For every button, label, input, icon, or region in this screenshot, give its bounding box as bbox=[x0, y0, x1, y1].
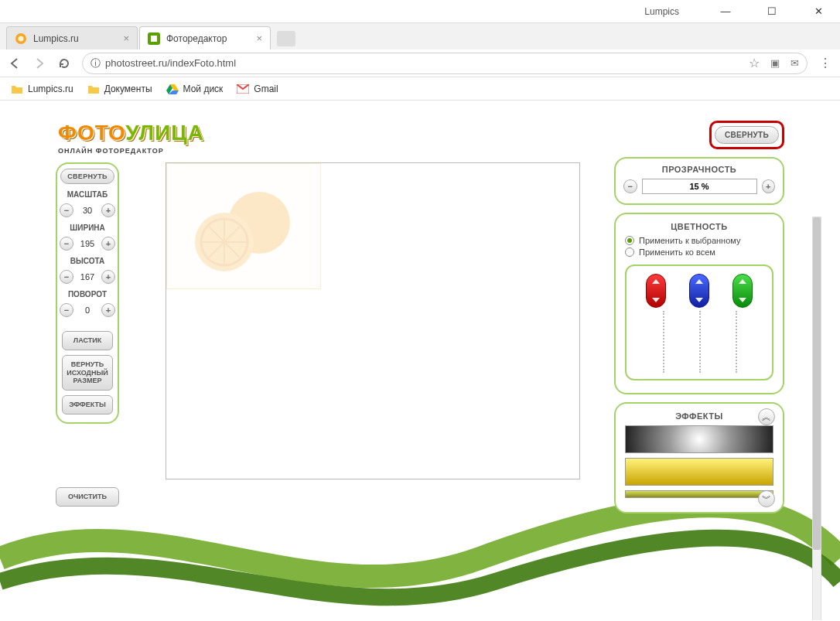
apply-selected-radio[interactable]: Применить к выбранному bbox=[625, 236, 773, 245]
transparency-panel: ПРОЗРАЧНОСТЬ − + bbox=[614, 157, 784, 205]
window-maximize-button[interactable]: ☐ bbox=[756, 1, 787, 22]
width-label: ШИРИНА bbox=[70, 223, 105, 232]
height-label: ВЫСОТА bbox=[70, 257, 104, 265]
bookmark-item[interactable]: Gmail bbox=[237, 83, 278, 95]
color-title: ЦВЕТНОСТЬ bbox=[625, 222, 773, 231]
bookmark-item[interactable]: Мой диск bbox=[166, 83, 224, 95]
page-content: ФОТОУЛИЦА ОНЛАЙН ФОТОРЕДАКТОР СВЕРНУТЬ М… bbox=[0, 101, 840, 620]
tab-close-button[interactable]: × bbox=[123, 32, 129, 44]
extension-icon[interactable]: ▣ bbox=[770, 57, 780, 69]
scale-minus-button[interactable]: − bbox=[60, 203, 73, 217]
favicon-icon bbox=[148, 32, 160, 45]
nav-reload-button[interactable] bbox=[57, 56, 71, 70]
width-value: 195 bbox=[77, 239, 98, 248]
effects-title: ЭФФЕКТЫ bbox=[625, 411, 773, 421]
bookmark-item[interactable]: Документы bbox=[87, 83, 152, 95]
effects-button[interactable]: ЭФФЕКТЫ bbox=[62, 395, 113, 415]
height-plus-button[interactable]: + bbox=[101, 270, 115, 284]
rotate-plus-button[interactable]: + bbox=[101, 303, 115, 317]
effects-panel: ︽ ЭФФЕКТЫ ︾ bbox=[614, 402, 784, 514]
svg-point-1 bbox=[19, 36, 24, 41]
gmail-icon bbox=[237, 83, 249, 95]
nav-back-button[interactable] bbox=[8, 56, 22, 70]
logo-sub: ОНЛАЙН ФОТОРЕДАКТОР bbox=[58, 147, 204, 155]
favicon-icon bbox=[15, 32, 27, 45]
info-icon: ⓘ bbox=[90, 56, 101, 70]
red-slider[interactable] bbox=[646, 274, 666, 308]
right-column: СВЕРНУТЬ ПРОЗРАЧНОСТЬ − + ЦВЕТНОСТЬ Прим… bbox=[614, 121, 784, 514]
collapse-left-button[interactable]: СВЕРНУТЬ bbox=[60, 169, 114, 184]
canvas-area[interactable] bbox=[166, 162, 580, 479]
svg-rect-3 bbox=[151, 36, 157, 42]
rotate-minus-button[interactable]: − bbox=[60, 303, 73, 317]
drive-icon bbox=[166, 83, 179, 95]
slider-track bbox=[736, 311, 737, 373]
logo-word-2: УЛИЦА bbox=[125, 121, 204, 145]
reset-size-button[interactable]: ВЕРНУТЬ ИСХОДНЫЙ РАЗМЕР bbox=[62, 355, 113, 391]
canvas-image[interactable] bbox=[166, 163, 321, 289]
effects-scroll-down-button[interactable]: ︾ bbox=[758, 490, 775, 507]
window-titlebar: Lumpics — ☐ ✕ bbox=[0, 0, 840, 23]
tab-close-button[interactable]: × bbox=[256, 32, 262, 44]
nav-forward-button[interactable] bbox=[32, 56, 46, 70]
tab-photoeditor[interactable]: Фоторедактор × bbox=[139, 26, 271, 49]
page-scrollbar[interactable] bbox=[812, 217, 821, 620]
mail-icon[interactable]: ✉ bbox=[790, 57, 799, 69]
window-minimize-button[interactable]: — bbox=[710, 1, 741, 22]
address-bar-row: ⓘ photostreet.ru/indexFoto.html ☆ ▣ ✉ ⋮ bbox=[0, 49, 840, 77]
tab-lumpics[interactable]: Lumpics.ru × bbox=[6, 26, 138, 49]
bookmark-label: Lumpics.ru bbox=[28, 84, 73, 94]
window-title: Lumpics bbox=[644, 6, 679, 17]
effect-preset-1[interactable] bbox=[625, 425, 773, 453]
scrollbar-thumb[interactable] bbox=[813, 217, 821, 550]
tab-label: Фоторедактор bbox=[166, 33, 227, 44]
eraser-button[interactable]: ЛАСТИК bbox=[62, 331, 113, 350]
folder-icon bbox=[11, 83, 23, 95]
left-panel: СВЕРНУТЬ МАСШТАБ − 30 + ШИРИНА − 195 + В… bbox=[56, 162, 119, 424]
color-panel: ЦВЕТНОСТЬ Применить к выбранному Примени… bbox=[614, 213, 784, 394]
scale-value: 30 bbox=[77, 206, 98, 215]
bookmark-item[interactable]: Lumpics.ru bbox=[11, 83, 73, 95]
apply-all-radio[interactable]: Применить ко всем bbox=[625, 247, 773, 257]
collapse-highlight: СВЕРНУТЬ bbox=[709, 121, 784, 149]
slider-track bbox=[663, 311, 664, 373]
width-minus-button[interactable]: − bbox=[60, 237, 73, 251]
window-close-button[interactable]: ✕ bbox=[803, 1, 834, 22]
transparency-title: ПРОЗРАЧНОСТЬ bbox=[623, 165, 775, 174]
effect-preset-3[interactable] bbox=[625, 490, 773, 498]
effect-preset-2[interactable] bbox=[625, 458, 773, 486]
folder-icon bbox=[87, 83, 100, 95]
transparency-input[interactable] bbox=[642, 179, 757, 194]
green-slider[interactable] bbox=[732, 274, 753, 308]
radio-icon bbox=[625, 236, 634, 245]
radio-label: Применить к выбранному bbox=[639, 236, 741, 245]
browser-menu-button[interactable]: ⋮ bbox=[818, 56, 832, 70]
scale-label: МАСШТАБ bbox=[67, 190, 108, 199]
bookmark-star-icon[interactable]: ☆ bbox=[749, 56, 760, 70]
bookmark-label: Мой диск bbox=[183, 84, 224, 94]
transparency-minus-button[interactable]: − bbox=[623, 179, 637, 193]
rotate-value: 0 bbox=[77, 305, 98, 315]
tab-label: Lumpics.ru bbox=[33, 33, 79, 44]
width-plus-button[interactable]: + bbox=[101, 237, 115, 251]
bookmark-label: Документы bbox=[104, 84, 152, 94]
clear-button[interactable]: ОЧИСТИТЬ bbox=[56, 487, 119, 507]
new-tab-button[interactable] bbox=[277, 31, 295, 46]
radio-label: Применить ко всем bbox=[639, 247, 715, 257]
radio-icon bbox=[625, 247, 634, 257]
slider-track bbox=[699, 311, 701, 373]
browser-tabs: Lumpics.ru × Фоторедактор × bbox=[0, 23, 840, 49]
url-text: photostreet.ru/indexFoto.html bbox=[105, 57, 236, 69]
address-bar[interactable]: ⓘ photostreet.ru/indexFoto.html ☆ ▣ ✉ bbox=[82, 53, 808, 74]
bookmarks-bar: Lumpics.ru Документы Мой диск Gmail bbox=[0, 77, 840, 101]
scale-plus-button[interactable]: + bbox=[101, 203, 115, 217]
collapse-right-button[interactable]: СВЕРНУТЬ bbox=[715, 126, 779, 144]
transparency-plus-button[interactable]: + bbox=[762, 179, 776, 193]
rotate-label: ПОВОРОТ bbox=[68, 290, 107, 299]
height-minus-button[interactable]: − bbox=[60, 270, 73, 284]
bookmark-label: Gmail bbox=[254, 84, 278, 94]
effects-scroll-up-button[interactable]: ︽ bbox=[758, 408, 775, 425]
blue-slider[interactable] bbox=[689, 274, 709, 308]
site-logo: ФОТОУЛИЦА ОНЛАЙН ФОТОРЕДАКТОР bbox=[58, 121, 204, 155]
logo-word-1: ФОТО bbox=[58, 121, 125, 145]
